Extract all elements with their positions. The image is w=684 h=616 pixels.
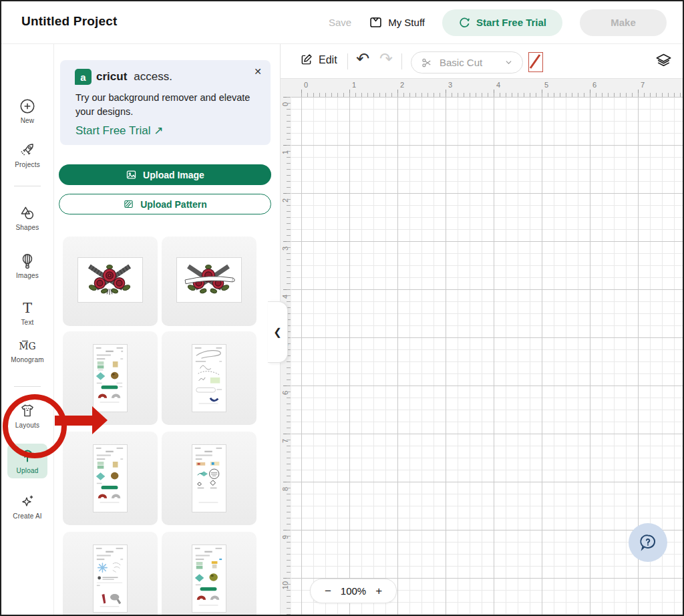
h-ruler-number: 0 — [304, 81, 308, 89]
my-stuff-button[interactable]: My Stuff — [369, 15, 425, 29]
promo-brand-bold: cricut — [96, 70, 127, 84]
help-button[interactable] — [629, 523, 667, 562]
sidebar-item-shapes[interactable]: Shapes — [1, 204, 53, 231]
operation-dropdown[interactable]: Basic Cut — [411, 51, 523, 73]
upload-arrow-icon — [19, 448, 36, 465]
sidebar-item-images[interactable]: Images — [1, 253, 53, 279]
sidebar-item-monogram[interactable]: MG Monogram — [1, 337, 53, 363]
v-ruler-number: 7 — [281, 436, 289, 446]
design-grid-canvas[interactable] — [291, 97, 683, 615]
zoom-in-button[interactable]: + — [375, 585, 382, 597]
edit-label: Edit — [319, 54, 337, 66]
h-ruler-number: 7 — [641, 81, 645, 89]
v-ruler-number: 9 — [281, 532, 289, 542]
make-label: Make — [611, 17, 636, 28]
phone-screenshot-art — [93, 444, 128, 512]
sidebar-item-create-ai[interactable]: Create AI — [1, 493, 53, 520]
sidebar-divider — [14, 186, 41, 186]
toolbar-divider — [401, 53, 402, 69]
upload-thumbnail-phone-screenshot[interactable] — [63, 532, 158, 616]
h-ruler-number: 1 — [352, 81, 356, 89]
phone-screenshot-art — [192, 344, 226, 412]
cricut-access-badge-icon: a — [75, 69, 92, 85]
upload-image-button[interactable]: Upload Image — [59, 164, 271, 185]
color-swatch[interactable] — [528, 52, 543, 72]
sidebar-item-layouts[interactable]: Layouts — [1, 402, 53, 429]
promo-body-text: Try our background remover and elevate y… — [75, 91, 263, 119]
shapes-icon — [19, 204, 36, 222]
phone-screenshot-art — [192, 444, 226, 512]
start-free-trial-label: Start Free Trial — [476, 17, 546, 28]
mailbox-icon — [369, 15, 383, 29]
upload-thumbnail-phone-screenshot[interactable] — [162, 532, 256, 616]
image-icon — [126, 169, 137, 180]
layers-icon[interactable] — [655, 51, 673, 69]
roses-daggers-art — [77, 257, 143, 303]
upload-thumbnail-roses-banner[interactable] — [162, 237, 256, 326]
sidebar-item-projects[interactable]: Projects — [1, 142, 53, 168]
svg-text:T: T — [23, 300, 32, 316]
operation-label: Basic Cut — [440, 57, 498, 68]
tshirt-icon — [19, 402, 36, 420]
scissors-icon — [421, 57, 433, 69]
pattern-icon — [123, 198, 134, 210]
phone-screenshot-art — [192, 545, 226, 613]
upload-pattern-label: Upload Pattern — [140, 199, 207, 210]
question-bubble-icon — [638, 532, 658, 553]
sidebar-item-new[interactable]: New — [1, 98, 53, 124]
v-ruler-number: 0 — [281, 100, 289, 109]
zoom-out-button[interactable]: − — [325, 585, 331, 597]
chevron-down-icon — [504, 58, 513, 67]
v-ruler-number: 2 — [281, 196, 289, 205]
undo-button[interactable]: ↶ — [356, 49, 369, 69]
v-ruler-number: 10 — [281, 581, 289, 590]
upload-thumbnail-phone-screenshot[interactable] — [162, 331, 256, 425]
sparkle-ai-icon — [19, 493, 36, 510]
v-ruler-number: 6 — [281, 388, 289, 398]
upload-pattern-button[interactable]: Upload Pattern — [59, 194, 271, 214]
redo-button[interactable]: ↷ — [379, 49, 393, 69]
save-button[interactable]: Save — [329, 17, 351, 28]
sidebar-divider — [14, 386, 41, 387]
start-free-trial-button[interactable]: Start Free Trial — [442, 9, 562, 36]
upload-thumbnail-phone-screenshot[interactable] — [162, 432, 256, 525]
cricut-logo-icon — [458, 16, 471, 29]
project-title: Untitled Project — [21, 14, 118, 29]
left-sidebar: New Projects Shapes — [1, 44, 54, 615]
svg-text:MG: MG — [19, 341, 36, 351]
chevron-left-icon: ❮ — [273, 326, 282, 338]
new-plus-icon — [19, 98, 36, 115]
upload-thumbnail-phone-screenshot[interactable] — [63, 331, 158, 425]
top-bar: Untitled Project Save My Stuff — [1, 1, 683, 44]
upload-thumbnail-roses[interactable] — [63, 237, 158, 326]
zoom-control: − 100% + — [310, 579, 397, 603]
sidebar-item-upload[interactable]: Upload — [1, 448, 53, 474]
canvas-toolbar: Edit ↶ ↷ Basic Cut — [281, 44, 683, 78]
toolbar-divider — [347, 53, 348, 69]
v-ruler-number: 1 — [281, 148, 289, 157]
v-ruler-number: 4 — [281, 292, 289, 301]
make-button[interactable]: Make — [580, 9, 667, 36]
horizontal-ruler: 012345678 — [281, 78, 683, 98]
v-ruler-number: 3 — [281, 244, 289, 253]
promo-start-free-trial-link[interactable]: Start Free Trial ↗ — [75, 124, 163, 138]
upload-panel: a cricut access. ✕ Try our background re… — [54, 44, 280, 615]
canvas-area: Edit ↶ ↷ Basic Cut — [280, 44, 683, 615]
promo-brand-rest: access. — [134, 70, 172, 84]
zoom-level: 100% — [341, 585, 366, 597]
h-ruler-number: 4 — [496, 81, 500, 89]
edit-button[interactable]: Edit — [299, 53, 337, 67]
close-icon[interactable]: ✕ — [254, 67, 262, 76]
upload-image-label: Upload Image — [143, 170, 204, 180]
panel-collapse-handle[interactable]: ❮ — [268, 301, 288, 363]
edit-pen-icon — [299, 53, 313, 67]
roses-banner-art — [176, 257, 242, 303]
phone-screenshot-art — [93, 545, 128, 613]
h-ruler-number: 6 — [592, 81, 596, 89]
monogram-icon: MG — [18, 337, 37, 354]
sidebar-item-text[interactable]: T Text — [1, 299, 53, 326]
rocket-icon — [19, 142, 36, 159]
cricut-design-space-app: Untitled Project Save My Stuff — [0, 0, 684, 616]
upload-thumbnail-phone-screenshot[interactable] — [63, 432, 158, 525]
h-ruler-number: 5 — [544, 81, 548, 89]
